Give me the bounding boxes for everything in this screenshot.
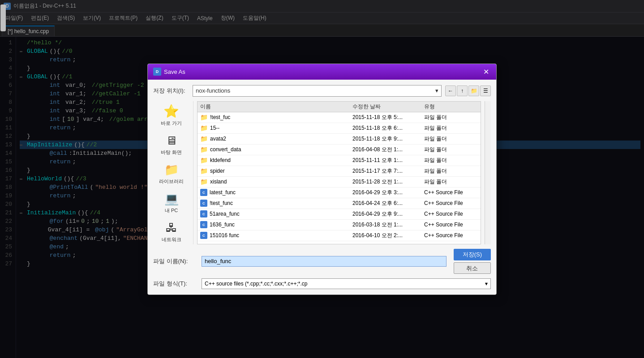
list-item[interactable]: 📁convert_data2016-04-08 오전 1:...파일 폴더 [197,145,481,155]
left-panel: ⭐ 바로 가기 🖥 바탕 화면 📁 라이브러리 💻 내 PC [153,101,193,244]
list-item[interactable]: 📁ktdefend2015-11-11 오후 1:...파일 폴더 [197,155,481,166]
filetype-dropdown[interactable]: C++ source files (*.cpp;*.cc;*.cxx;*.c++… [202,278,491,289]
location-value: nox-functions [196,87,230,94]
cpp-file-icon: C [200,221,207,228]
nav-network[interactable]: 🖧 네트워크 [153,218,189,246]
location-dropdown[interactable]: nox-functions ▾ [193,85,442,97]
folder-icon: 📁 [200,178,208,185]
folder-icon: 📁 [200,146,208,153]
dropdown-arrow-icon: ▾ [435,87,438,94]
save-button[interactable]: 저장(S) [454,249,491,260]
nav-desktop[interactable]: 🖥 바탕 화면 [153,131,189,158]
list-item[interactable]: 📁spider2015-11-17 오후 7:...파일 폴더 [197,166,481,177]
col-name: 이름 [200,103,352,111]
location-row: 저장 위치(I): nox-functions ▾ ← ↑ 📁 ☰ [153,85,491,97]
dialog-title-left: D Save As [153,68,185,76]
cpp-file-icon: C [200,189,207,196]
list-item[interactable]: C51area_func2016-04-29 오후 9:...C++ Sourc… [197,209,481,220]
list-item[interactable]: 📁15--2015-11-18 오후 6:...파일 폴더 [197,123,481,134]
library-icon: 📁 [164,163,179,177]
view-options-button[interactable]: ☰ [480,85,491,96]
filename-label: 파일 이름(N): [153,257,198,265]
nav-desktop-label: 바탕 화면 [161,149,182,156]
filetype-dropdown-arrow: ▾ [485,281,488,287]
network-icon: 🖧 [166,221,177,235]
folder-icon: 📁 [200,124,208,132]
dialog-titlebar: D Save As ✕ [148,64,496,80]
dialog-overlay: D Save As ✕ 저장 위치(I): nox-functions ▾ ← … [0,0,644,358]
nav-my-pc[interactable]: 💻 내 PC [153,189,189,217]
filetype-row: 파일 형식(T): C++ source files (*.cpp;*.cc;*… [153,278,491,289]
nav-library-label: 라이브러리 [159,178,184,185]
location-label: 저장 위치(I): [153,87,189,95]
nav-up-button[interactable]: ↑ [457,85,468,96]
dialog-title: Save As [164,68,185,75]
cancel-button[interactable]: 취소 [454,262,491,274]
nav-back-button[interactable]: ← [445,85,456,96]
list-item[interactable]: C1636_func2016-03-18 오전 1:...C++ Source … [197,220,481,230]
file-list[interactable]: 이름 수정한 날짜 유형 📁!test_fuc2015-11-18 오후 5:.… [197,101,481,244]
folder-icon: 📁 [200,135,208,142]
desktop-icon: 🖥 [166,134,177,148]
filetype-value: C++ source files (*.cpp;*.cc;*.cxx;*.c++… [205,281,307,287]
list-item[interactable]: C151016 func2016-04-10 오전 2:...C++ Sourc… [197,230,481,241]
list-item[interactable]: 📁avata22015-11-18 오후 9:...파일 폴더 [197,134,481,145]
toolbar-buttons: ← ↑ 📁 ☰ [445,85,491,96]
file-list-scrollbar[interactable] [485,101,491,244]
nav-favorites[interactable]: ⭐ 바로 가기 [153,101,189,129]
list-item[interactable]: 📁xisland2015-11-28 오전 1:...파일 폴더 [197,177,481,188]
cpp-file-icon: C [200,200,207,207]
dialog-main-area: ⭐ 바로 가기 🖥 바탕 화면 📁 라이브러리 💻 내 PC [153,101,491,244]
dialog-app-icon: D [153,68,161,76]
folder-icon: 📁 [200,167,208,175]
dialog-close-button[interactable]: ✕ [481,68,491,76]
dialog-body: 저장 위치(I): nox-functions ▾ ← ↑ 📁 ☰ ⭐ [148,80,496,294]
dialog-save-buttons: 저장(S) 취소 [454,249,491,274]
cpp-file-icon: C [200,232,207,239]
file-list-header: 이름 수정한 날짜 유형 [197,102,481,112]
cpp-file-icon: C [200,210,207,217]
nav-library[interactable]: 📁 라이브러리 [153,160,189,188]
save-as-dialog: D Save As ✕ 저장 위치(I): nox-functions ▾ ← … [147,64,497,295]
folder-icon: 📁 [200,114,208,121]
filename-input[interactable] [202,256,447,267]
nav-favorites-label: 바로 가기 [161,120,182,127]
folder-icon: 📁 [200,157,208,164]
list-item[interactable]: C!test_func2016-04-24 오후 6:...C++ Source… [197,198,481,209]
star-icon: ⭐ [163,104,179,119]
col-type: 유형 [424,103,478,111]
new-folder-button[interactable]: 📁 [468,85,479,96]
filetype-label: 파일 형식(T): [153,280,198,288]
nav-my-pc-label: 내 PC [165,207,178,214]
pc-icon: 💻 [164,192,179,206]
filename-row: 파일 이름(N): 저장(S) 취소 [153,249,491,274]
list-item[interactable]: 📁!test_fuc2015-11-18 오후 5:...파일 폴더 [197,112,481,123]
list-item[interactable]: Clatest_func2016-04-29 오후 3:...C++ Sourc… [197,188,481,198]
col-date: 수정한 날짜 [352,103,424,111]
nav-network-label: 네트워크 [162,236,181,243]
